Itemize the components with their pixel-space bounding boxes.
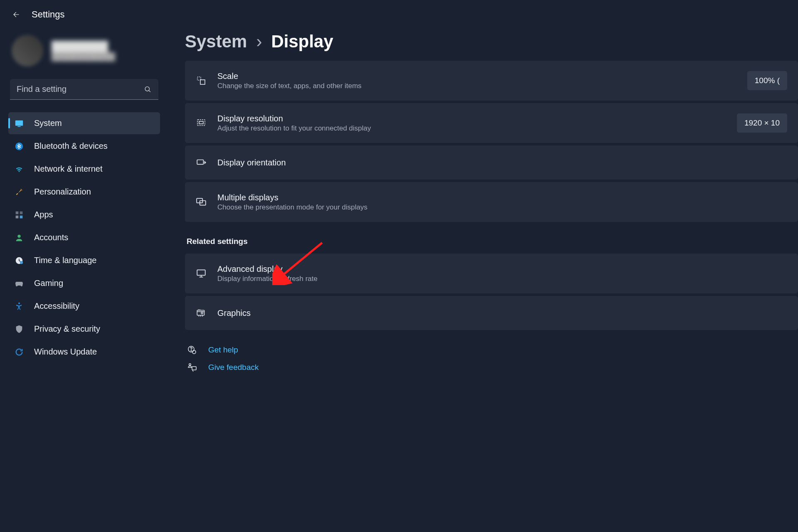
svg-rect-7 bbox=[20, 215, 23, 218]
breadcrumb: System › Display bbox=[185, 32, 798, 52]
person-icon bbox=[14, 233, 24, 243]
page-title: Display bbox=[271, 32, 333, 52]
card-title: Display orientation bbox=[217, 158, 787, 167]
nav-item-gaming[interactable]: Gaming bbox=[8, 272, 160, 294]
nav-label: Personalization bbox=[34, 187, 91, 197]
nav-item-personalization[interactable]: Personalization bbox=[8, 181, 160, 203]
card-scale[interactable]: Scale Change the size of text, apps, and… bbox=[185, 61, 798, 101]
svg-rect-13 bbox=[200, 80, 205, 84]
card-subtitle: Change the size of text, apps, and other… bbox=[217, 82, 736, 90]
main-content: System › Display Scale Change the size o… bbox=[168, 27, 798, 372]
svg-point-0 bbox=[145, 87, 149, 91]
nav-label: Apps bbox=[34, 210, 53, 219]
brush-icon bbox=[14, 187, 24, 197]
graphics-icon bbox=[196, 308, 207, 318]
card-title: Multiple displays bbox=[217, 193, 787, 202]
card-title: Display resolution bbox=[217, 114, 726, 123]
nav-label: Time & language bbox=[34, 256, 96, 265]
nav-item-privacy[interactable]: Privacy & security bbox=[8, 318, 160, 340]
nav-label: System bbox=[34, 118, 62, 128]
nav-item-windows-update[interactable]: Windows Update bbox=[8, 341, 160, 363]
card-title: Graphics bbox=[217, 308, 787, 318]
multiple-displays-icon bbox=[196, 197, 207, 207]
svg-point-11 bbox=[18, 302, 20, 304]
feedback-link-text[interactable]: Give feedback bbox=[208, 363, 259, 372]
bluetooth-icon bbox=[14, 141, 24, 151]
svg-rect-4 bbox=[16, 211, 19, 214]
help-icon bbox=[187, 345, 197, 355]
svg-rect-2 bbox=[17, 126, 20, 127]
card-resolution[interactable]: Display resolution Adjust the resolution… bbox=[185, 103, 798, 143]
svg-rect-15 bbox=[199, 121, 203, 124]
svg-rect-19 bbox=[197, 270, 205, 275]
accessibility-icon bbox=[14, 301, 24, 311]
avatar bbox=[12, 35, 43, 66]
card-orientation[interactable]: Display orientation bbox=[185, 145, 798, 180]
help-give-feedback[interactable]: Give feedback bbox=[185, 362, 798, 372]
profile-email: ████████████ bbox=[52, 52, 115, 61]
clock-icon bbox=[14, 256, 24, 266]
card-multiple-displays[interactable]: Multiple displays Choose the presentatio… bbox=[185, 182, 798, 222]
resolution-icon bbox=[196, 118, 207, 128]
nav-item-bluetooth[interactable]: Bluetooth & devices bbox=[8, 135, 160, 157]
scale-dropdown[interactable]: 100% ( bbox=[747, 71, 787, 90]
nav-label: Privacy & security bbox=[34, 324, 100, 334]
nav-label: Accounts bbox=[34, 233, 68, 242]
app-title: Settings bbox=[32, 9, 65, 20]
card-title: Scale bbox=[217, 71, 736, 81]
scale-icon bbox=[196, 76, 207, 86]
nav-label: Gaming bbox=[34, 278, 63, 288]
search-input[interactable] bbox=[10, 79, 158, 100]
nav-label: Network & internet bbox=[34, 164, 103, 174]
shield-icon bbox=[14, 324, 24, 334]
svg-rect-26 bbox=[192, 367, 196, 370]
monitor-icon bbox=[196, 268, 207, 279]
nav-item-accounts[interactable]: Accounts bbox=[8, 227, 160, 249]
display-icon bbox=[14, 118, 24, 128]
nav-item-system[interactable]: System bbox=[8, 112, 160, 134]
nav-label: Bluetooth & devices bbox=[34, 141, 108, 151]
help-get-help[interactable]: Get help bbox=[185, 345, 798, 355]
nav-item-time-language[interactable]: Time & language bbox=[8, 249, 160, 271]
svg-point-23 bbox=[191, 350, 192, 351]
nav: System Bluetooth & devices Network & int… bbox=[8, 112, 160, 363]
orientation-icon bbox=[196, 157, 207, 168]
card-subtitle: Display information, refresh rate bbox=[217, 275, 787, 283]
breadcrumb-parent[interactable]: System bbox=[185, 32, 247, 52]
svg-rect-6 bbox=[16, 215, 19, 218]
profile-text: ████████ ████████████ bbox=[52, 41, 115, 61]
card-graphics[interactable]: Graphics bbox=[185, 296, 798, 330]
feedback-icon bbox=[187, 362, 197, 372]
back-button[interactable] bbox=[12, 10, 20, 19]
chevron-right-icon: › bbox=[256, 32, 262, 52]
svg-point-21 bbox=[201, 312, 203, 314]
card-title: Advanced display bbox=[217, 264, 787, 274]
nav-item-accessibility[interactable]: Accessibility bbox=[8, 295, 160, 317]
nav-label: Windows Update bbox=[34, 347, 97, 357]
svg-point-25 bbox=[189, 364, 191, 365]
svg-point-8 bbox=[17, 234, 20, 237]
nav-label: Accessibility bbox=[34, 301, 79, 311]
svg-rect-1 bbox=[15, 120, 23, 126]
section-related-settings: Related settings bbox=[187, 237, 798, 246]
sidebar: ████████ ████████████ System Bluetooth bbox=[0, 27, 168, 372]
gamepad-icon bbox=[14, 278, 24, 288]
svg-point-10 bbox=[20, 261, 23, 264]
nav-item-network[interactable]: Network & internet bbox=[8, 158, 160, 180]
svg-rect-14 bbox=[197, 120, 205, 126]
help-link-text[interactable]: Get help bbox=[208, 345, 238, 355]
resolution-dropdown[interactable]: 1920 × 10 bbox=[737, 113, 787, 133]
nav-item-apps[interactable]: Apps bbox=[8, 204, 160, 226]
profile-block[interactable]: ████████ ████████████ bbox=[8, 32, 160, 77]
svg-rect-5 bbox=[20, 211, 23, 214]
svg-point-24 bbox=[192, 350, 196, 354]
search-icon bbox=[144, 86, 152, 94]
wifi-icon bbox=[14, 164, 24, 174]
card-subtitle: Adjust the resolution to fit your connec… bbox=[217, 124, 726, 133]
update-icon bbox=[14, 347, 24, 357]
svg-rect-16 bbox=[197, 160, 203, 165]
card-subtitle: Choose the presentation mode for your di… bbox=[217, 203, 787, 212]
profile-name: ████████ bbox=[52, 41, 115, 52]
apps-icon bbox=[14, 210, 24, 220]
card-advanced-display[interactable]: Advanced display Display information, re… bbox=[185, 254, 798, 293]
